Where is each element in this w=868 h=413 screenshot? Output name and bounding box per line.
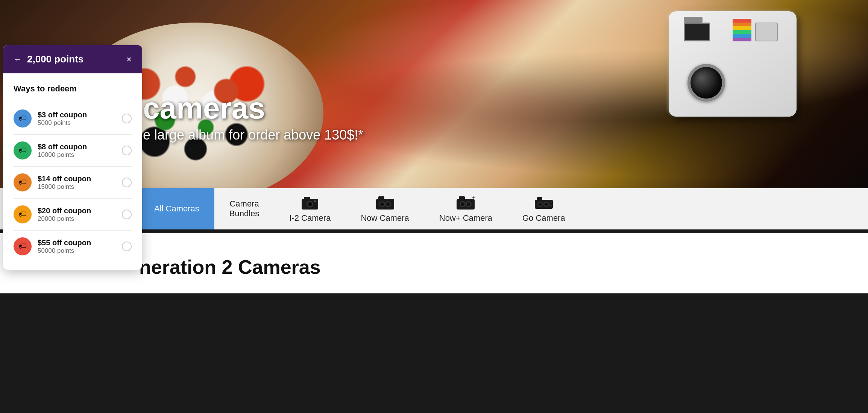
nav-nowplus-camera[interactable]: Now+ Camera [424, 188, 507, 229]
coupon-info-55: $55 off coupon 50000 points [38, 238, 116, 255]
rewards-points-label: 2,000 points [27, 53, 83, 65]
nav-go-label: Go Camera [522, 213, 565, 223]
nav-now-label: Now Camera [361, 213, 409, 223]
nav-nowplus-label: Now+ Camera [439, 213, 492, 223]
rewards-panel: ← 2,000 points × Ways to redeem 🏷 $3 off… [3, 45, 142, 270]
svg-point-11 [386, 202, 390, 206]
coupon-item-14[interactable]: 🏷 $14 off coupon 15000 points [14, 167, 132, 199]
hero-subtitle: e large album for order above 130$!* [143, 127, 363, 143]
go-camera-icon [533, 194, 554, 211]
coupon-info-8: $8 off coupon 10000 points [38, 143, 116, 159]
coupon-points-55: 50000 points [38, 247, 116, 255]
coupon-radio-8[interactable] [122, 146, 132, 155]
section-title: neration 2 Cameras [139, 256, 729, 278]
svg-rect-19 [473, 196, 473, 199]
svg-rect-13 [459, 196, 465, 200]
coupon-amount-3: $3 off coupon [38, 111, 116, 119]
coupon-info-20: $20 off coupon 20000 points [38, 206, 116, 223]
coupon-amount-20: $20 off coupon [38, 206, 116, 215]
coupon-radio-55[interactable] [122, 241, 132, 251]
rewards-back-button[interactable]: ← [14, 55, 22, 64]
svg-point-23 [538, 203, 542, 206]
coupon-icon-8: 🏷 [14, 141, 32, 159]
nav-all-cameras[interactable]: All Cameras [139, 188, 214, 229]
coupon-item-8[interactable]: 🏷 $8 off coupon 10000 points [14, 135, 132, 167]
nav-all-cameras-label: All Cameras [154, 204, 199, 214]
hero-text-container: cameras e large album for order above 13… [143, 93, 363, 143]
coupon-item-20[interactable]: 🏷 $20 off coupon 20000 points [14, 199, 132, 231]
coupon-points-3: 5000 points [38, 119, 116, 127]
coupon-radio-14[interactable] [122, 178, 132, 187]
svg-point-27 [549, 203, 552, 205]
coupon-points-20: 20000 points [38, 215, 116, 223]
coupon-icon-20: 🏷 [14, 205, 32, 223]
coupon-info-3: $3 off coupon 5000 points [38, 111, 116, 127]
coupon-item-55[interactable]: 🏷 $55 off coupon 50000 points [14, 231, 132, 262]
coupon-item-3[interactable]: 🏷 $3 off coupon 5000 points [14, 103, 132, 135]
nav-go-camera[interactable]: Go Camera [507, 188, 580, 229]
coupon-points-8: 10000 points [38, 151, 116, 159]
nav-camera-bundles[interactable]: CameraBundles [214, 188, 275, 229]
ways-to-redeem-heading: Ways to redeem [14, 84, 132, 94]
nowplus-camera-icon [455, 194, 476, 211]
nav-i2-label: I-2 Camera [289, 213, 331, 223]
camera-decoration [669, 11, 812, 139]
coupon-amount-55: $55 off coupon [38, 238, 116, 247]
coupon-points-14: 15000 points [38, 183, 116, 191]
svg-rect-5 [314, 200, 316, 202]
rewards-body: Ways to redeem 🏷 $3 off coupon 5000 poin… [3, 73, 142, 270]
svg-rect-21 [537, 197, 542, 200]
svg-rect-1 [304, 197, 310, 200]
coupon-info-14: $14 off coupon 15000 points [38, 175, 116, 191]
rewards-header: ← 2,000 points × [3, 45, 142, 73]
svg-point-15 [461, 202, 464, 206]
svg-point-17 [467, 202, 470, 206]
now-camera-icon [375, 194, 396, 211]
coupon-amount-8: $8 off coupon [38, 143, 116, 151]
coupon-amount-14: $14 off coupon [38, 175, 116, 183]
rewards-close-button[interactable]: × [126, 54, 132, 65]
svg-rect-7 [378, 196, 384, 200]
coupon-icon-3: 🏷 [14, 109, 32, 128]
svg-point-25 [544, 203, 548, 206]
svg-point-9 [380, 202, 384, 206]
coupon-radio-3[interactable] [122, 114, 132, 123]
nav-now-camera[interactable]: Now Camera [346, 188, 424, 229]
coupon-icon-55: 🏷 [14, 237, 32, 255]
coupon-radio-20[interactable] [122, 210, 132, 219]
nav-bundles-label: CameraBundles [229, 199, 259, 219]
nav-i2-camera[interactable]: I-2 Camera [274, 188, 346, 229]
i2-camera-icon [299, 194, 320, 211]
svg-point-4 [309, 203, 311, 205]
coupon-icon-14: 🏷 [14, 173, 32, 191]
hero-title: cameras [143, 93, 363, 123]
